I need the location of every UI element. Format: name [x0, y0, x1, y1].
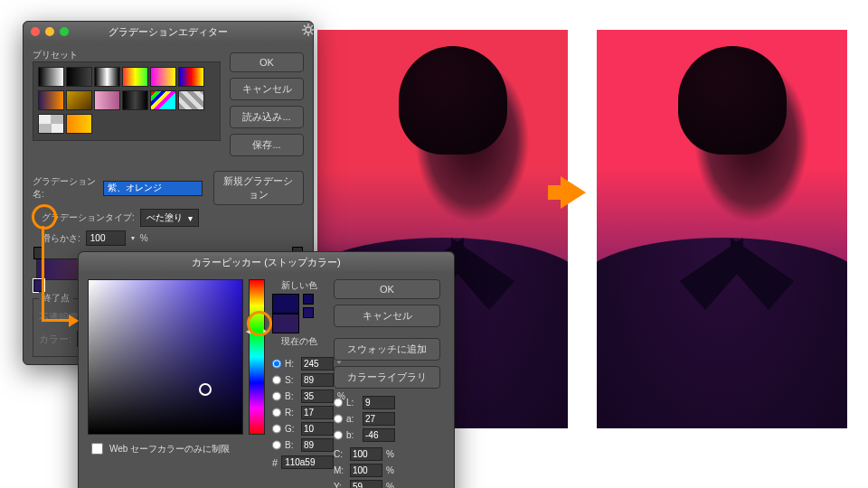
svg-line-5 — [304, 25, 306, 27]
s-input[interactable] — [301, 373, 334, 387]
gradient-type-select[interactable]: べた塗り ▾ — [140, 209, 199, 227]
color-label: カラー: — [39, 333, 71, 346]
l-input[interactable] — [363, 396, 395, 409]
preset-swatch[interactable] — [38, 67, 64, 87]
dialog-title: カラーピッカー (ストップカラー) — [79, 256, 454, 269]
new-color-label: 新しい色 — [272, 279, 326, 292]
preset-swatch[interactable] — [38, 90, 64, 110]
arrow-right-icon — [561, 176, 586, 209]
b-input[interactable] — [301, 438, 334, 452]
radio-lab-b[interactable] — [334, 429, 343, 441]
websafe-label: Web セーフカラーのみに制限 — [109, 443, 230, 455]
radio-s[interactable] — [272, 374, 281, 386]
r-input[interactable] — [301, 406, 334, 419]
annotation-circle-icon — [32, 204, 57, 230]
save-button[interactable]: 保存... — [230, 134, 304, 156]
gradient-name-input[interactable] — [103, 181, 203, 196]
labb-input[interactable] — [363, 428, 395, 442]
preset-label: プリセット — [33, 49, 221, 61]
preset-swatch[interactable] — [122, 90, 148, 110]
a-input[interactable] — [363, 412, 395, 426]
preset-grid[interactable] — [33, 61, 221, 141]
svg-line-7 — [304, 33, 306, 34]
preset-swatch[interactable] — [178, 90, 204, 110]
preset-swatch[interactable] — [66, 90, 92, 110]
smoothness-unit: % — [140, 233, 148, 243]
dialog-title: グラデーションエディター — [24, 25, 313, 39]
preset-swatch[interactable] — [150, 90, 176, 110]
y-input[interactable] — [350, 480, 382, 488]
current-color-label: 現在の色 — [272, 335, 326, 348]
websafe-checkbox[interactable] — [91, 443, 103, 455]
chevron-down-icon: ▾ — [188, 213, 193, 223]
preview-after — [597, 30, 847, 428]
current-color-swatch[interactable] — [272, 314, 299, 333]
saturation-value-field[interactable] — [88, 279, 243, 435]
ok-button[interactable]: OK — [230, 52, 304, 72]
radio-g[interactable] — [272, 423, 281, 435]
ok-button[interactable]: OK — [334, 279, 440, 299]
radio-l[interactable] — [334, 397, 343, 408]
gradient-name-label: グラデーション名: — [33, 175, 98, 201]
radio-a[interactable] — [334, 413, 343, 425]
titlebar[interactable]: グラデーションエディター — [24, 22, 313, 42]
sv-cursor[interactable] — [199, 383, 212, 396]
preset-swatch[interactable] — [38, 114, 64, 134]
preset-swatch[interactable] — [66, 114, 92, 134]
annotation-arrowhead-icon — [69, 314, 79, 327]
gear-icon[interactable] — [302, 23, 315, 36]
color-picker-dialog: カラーピッカー (ストップカラー) Web セーフカラーのみに制限 新しい色 — [78, 251, 455, 488]
hex-input[interactable] — [281, 455, 334, 469]
preset-swatch[interactable] — [94, 90, 120, 110]
radio-b[interactable] — [272, 390, 281, 402]
color-libraries-button[interactable]: カラーライブラリ — [334, 366, 440, 389]
mini-swatch — [303, 307, 314, 318]
annotation-line — [42, 319, 69, 322]
preset-swatch[interactable] — [178, 67, 204, 87]
svg-point-0 — [306, 27, 311, 33]
smoothness-label: 滑らかさ: — [42, 232, 80, 245]
m-input[interactable] — [350, 464, 382, 477]
svg-line-8 — [311, 25, 313, 27]
preset-swatch[interactable] — [122, 67, 148, 87]
preset-swatch[interactable] — [150, 67, 176, 87]
cancel-button[interactable]: キャンセル — [230, 78, 304, 100]
chevron-down-icon[interactable]: ▾ — [131, 234, 135, 242]
gradient-type-value: べた塗り — [146, 211, 183, 224]
mini-swatch — [303, 294, 314, 305]
titlebar[interactable]: カラーピッカー (ストップカラー) — [79, 252, 454, 272]
add-swatch-button[interactable]: スウォッチに追加 — [334, 338, 440, 361]
preset-swatch[interactable] — [94, 67, 120, 87]
g-input[interactable] — [301, 422, 334, 436]
radio-h[interactable] — [272, 358, 281, 370]
annotation-circle-icon — [247, 311, 272, 336]
bval-input[interactable] — [301, 389, 334, 403]
preset-swatch[interactable] — [66, 67, 92, 87]
smoothness-input[interactable] — [86, 230, 126, 246]
radio-bb[interactable] — [272, 439, 281, 451]
load-button[interactable]: 読み込み... — [230, 106, 304, 128]
c-input[interactable] — [350, 447, 382, 461]
hue-slider[interactable] — [249, 279, 265, 435]
h-input[interactable] — [301, 357, 334, 371]
new-color-swatch — [272, 294, 299, 314]
new-gradient-button[interactable]: 新規グラデーション — [213, 171, 304, 205]
svg-line-6 — [311, 33, 313, 34]
radio-r[interactable] — [272, 407, 281, 418]
annotation-line — [42, 226, 44, 321]
cancel-button[interactable]: キャンセル — [334, 305, 440, 327]
